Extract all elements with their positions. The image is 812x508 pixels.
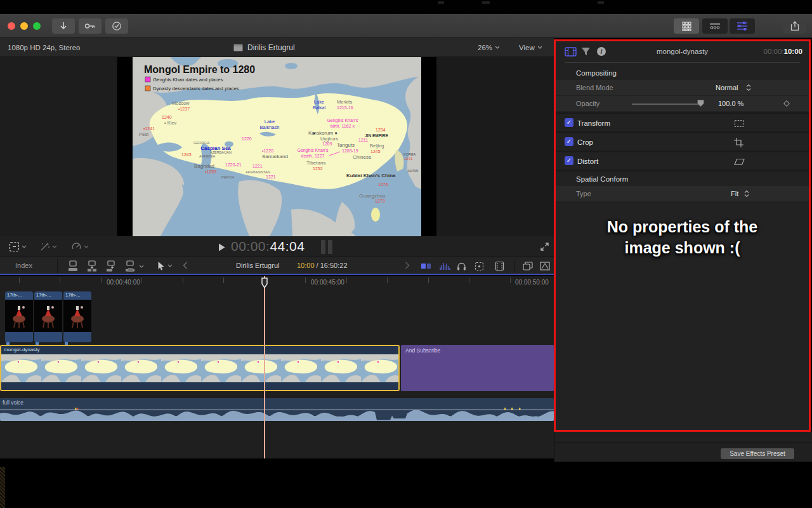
map-title: Mongol Empire to 1280 (144, 64, 255, 75)
waveform-display-button[interactable] (439, 262, 450, 271)
updown-chevron-icon[interactable] (746, 84, 751, 91)
type-dropdown[interactable]: Fit (731, 190, 738, 197)
go-forward-button[interactable] (405, 262, 410, 269)
map-label: Dynasty descendants dates and places (153, 86, 239, 91)
inspector-panel-button[interactable] (730, 18, 755, 34)
horsemen-thumbnail (34, 300, 62, 331)
filmstrip-frame (1, 354, 41, 382)
viewer-zoom-value: 26% (478, 44, 492, 51)
skimming-button[interactable] (475, 262, 484, 271)
timeline-ruler[interactable]: 00:00:40:0000:00:45:0000:00:50:00 (0, 276, 554, 290)
ruler-tick (19, 277, 20, 283)
timeline-history-button[interactable] (523, 262, 533, 271)
window-titlebar (0, 14, 812, 38)
insert-edit-button[interactable] (86, 260, 99, 272)
tools-menu-button[interactable] (9, 241, 27, 252)
opacity-slider-thumb[interactable] (697, 99, 705, 107)
share-button[interactable] (783, 18, 806, 34)
ruler-tick (305, 277, 306, 283)
append-edit-button[interactable] (105, 260, 118, 272)
connect-edit-button[interactable] (67, 260, 80, 272)
keying-button[interactable] (79, 18, 102, 34)
viewer-header: 1080p HD 24p, Stereo Dirilis Ertugrul 26… (0, 38, 554, 57)
audio-meter-left[interactable] (321, 240, 325, 254)
play-button[interactable] (218, 243, 225, 251)
map-label: Tibetans (306, 160, 325, 166)
solo-audio-button[interactable] (457, 262, 466, 271)
timecode-prefix: 00:00: (231, 239, 270, 253)
clip-appearance-button[interactable] (421, 262, 431, 270)
audio-meter-right[interactable] (328, 240, 332, 254)
map-label: birth, 1162 x (331, 124, 355, 128)
distort-icon[interactable] (734, 158, 745, 166)
close-window-button[interactable] (8, 22, 15, 30)
go-back-button[interactable] (183, 262, 188, 269)
timeline-project-name[interactable]: Dirilis Ertugrul (236, 262, 279, 269)
timeline-toolbar: Index Dirilis Ertugrul 10:00 / 16:50:22 (0, 257, 554, 275)
timeline-area[interactable]: 00:00:40:0000:00:45:0000:00:50:00 17th-.… (0, 276, 554, 458)
clip-filmstrip (1, 354, 398, 382)
playhead-handle[interactable] (259, 277, 270, 290)
inspector-panel: i mongol-dynasty 00:00:10:00 Compositing… (554, 39, 811, 432)
waveform-shape (0, 410, 554, 421)
viewer-expand-button[interactable] (540, 242, 549, 251)
effects-menu-button[interactable] (39, 241, 57, 252)
retime-menu-button[interactable] (71, 241, 89, 252)
zoom-window-button[interactable] (33, 22, 41, 30)
current-timecode[interactable]: 00:00:44:04 (231, 239, 304, 254)
clip-name-label: full voice (3, 399, 23, 406)
transform-icon[interactable] (734, 119, 744, 128)
transform-row: ✓ Transform (556, 114, 809, 131)
transform-checkbox[interactable]: ✓ (565, 118, 573, 127)
primary-clip-mongol-dynasty[interactable]: mongol-dynasty (0, 345, 400, 391)
distort-checkbox[interactable]: ✓ (565, 156, 573, 165)
map-label: Chinese (353, 154, 372, 160)
map-label: •1220 (262, 149, 273, 153)
chevron-down-icon (84, 245, 89, 248)
volume-line[interactable] (0, 410, 554, 410)
spatial-conform-section-title: Spatial Conform (576, 175, 628, 183)
background-tasks-button[interactable] (105, 18, 128, 34)
keyframe-diamond-icon[interactable] (783, 100, 790, 107)
timecode-value: 44:04 (270, 239, 304, 253)
connected-clip-3[interactable]: 17th-... (63, 291, 91, 342)
horsemen-thumbnail (5, 300, 33, 331)
viewer-zoom-dropdown[interactable]: 26% (478, 44, 500, 51)
filmstrip-frame (41, 354, 81, 382)
video-skimming-button[interactable] (495, 261, 504, 271)
index-button[interactable]: Index (15, 262, 32, 269)
map-label: KOREA (403, 152, 416, 156)
inspector-footer: Save Effects Preset (554, 432, 812, 462)
opacity-value[interactable]: 100.0 % (718, 100, 743, 107)
import-media-button[interactable] (52, 18, 75, 34)
updown-chevron-icon[interactable] (744, 190, 749, 197)
retime-gauge-icon (71, 241, 82, 252)
audio-clip-full-voice[interactable]: full voice (0, 398, 554, 421)
overwrite-edit-button[interactable] (124, 260, 144, 272)
map-label: 1279 (375, 199, 385, 203)
connected-clip-2[interactable]: 17th-... (34, 291, 62, 342)
trim-tool-button[interactable] (540, 262, 550, 271)
ruler-tick (141, 277, 142, 283)
timeline-panel-button[interactable] (702, 18, 728, 34)
map-label: Baikal (313, 105, 326, 110)
ruler-tick (183, 277, 183, 283)
viewer-view-dropdown[interactable]: View (519, 44, 542, 51)
filmstrip-frame (361, 354, 398, 382)
menu-glyph-fragment (438, 1, 444, 4)
connected-clip-1[interactable]: 17th-... (5, 291, 33, 342)
viewer-right-pane (436, 57, 554, 236)
crop-icon[interactable] (734, 138, 743, 147)
select-tool-button[interactable] (157, 261, 173, 271)
map-label: Genghis Khan dates and places (153, 77, 223, 83)
save-effects-preset-button[interactable]: Save Effects Preset (721, 448, 794, 459)
map-label: 1220 (242, 137, 252, 141)
title-clip-and-subscribe[interactable]: And Subscribe (401, 345, 554, 391)
crop-checkbox[interactable]: ✓ (565, 137, 573, 146)
minimize-window-button[interactable] (20, 22, 28, 30)
browser-panel-button[interactable] (674, 18, 699, 34)
viewer-image-mongol-map: Mongol Empire to 1280 Genghis Khan dates… (133, 57, 421, 236)
opacity-slider-track[interactable] (632, 104, 702, 105)
playhead[interactable] (264, 276, 265, 458)
blend-mode-dropdown[interactable]: Normal (716, 84, 738, 91)
